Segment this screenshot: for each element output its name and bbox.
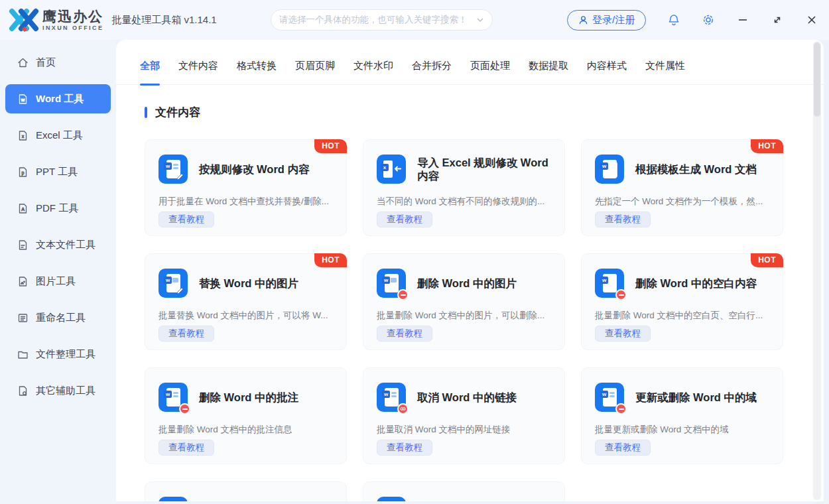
sidebar-item-word-工具[interactable]: wWord 工具 (5, 84, 111, 113)
tool-card[interactable]: w 取消 Word 中的链接 批量取消 Word 文档中的网址链接 查看教程 (363, 367, 565, 464)
tool-card-partial[interactable]: w (145, 481, 347, 501)
tab-全部[interactable]: 全部 (140, 60, 160, 84)
card-header: w 替换 Word 中的图片 (159, 269, 336, 298)
word-comment-delete-icon: w (159, 383, 188, 412)
search-placeholder: 请选择一个具体的功能，也可输入关键字搜索！ (279, 14, 476, 26)
tab-页面处理[interactable]: 页面处理 (470, 60, 510, 84)
close-button[interactable] (804, 13, 819, 27)
card-header: w 取消 Word 中的链接 (377, 383, 554, 412)
section-header: 文件内容 (145, 105, 824, 120)
login-register-button[interactable]: 登录/注册 (567, 10, 646, 31)
sidebar-item-pdf-工具[interactable]: APDF 工具 (5, 194, 111, 223)
logo-x-icon (9, 7, 40, 33)
card-header: w 按规则修改 Word 内容 (159, 155, 336, 184)
notifications-button[interactable] (666, 12, 682, 28)
text-doc-icon (17, 239, 29, 251)
image-doc-icon (17, 276, 29, 287)
tab-数据提取[interactable]: 数据提取 (529, 60, 568, 84)
view-tutorial-button[interactable]: 查看教程 (595, 440, 651, 456)
tool-description: 批量取消 Word 文档中的网址链接 (377, 424, 554, 436)
sidebar-item-文本文件工具[interactable]: 文本文件工具 (5, 230, 111, 259)
settings-button[interactable] (700, 12, 716, 28)
tab-文件内容[interactable]: 文件内容 (178, 60, 218, 84)
view-tutorial-button[interactable]: 查看教程 (377, 212, 432, 227)
view-tutorial-button[interactable]: 查看教程 (377, 440, 432, 456)
svg-text:p: p (22, 170, 25, 176)
word-field-update-delete-icon: w (595, 383, 624, 412)
app-title-version: 批量处理工具箱 v1.14.1 (111, 14, 216, 27)
card-header: w 删除 Word 中的批注 (159, 383, 336, 412)
tab-格式转换[interactable]: 格式转换 (237, 60, 277, 84)
tool-description: 当不同的 Word 文档有不同的修改规则的... (377, 196, 554, 208)
tool-card[interactable]: w 更新或删除 Word 中的域 批量更新或删除 Word 文档中的域 查看教程 (581, 367, 783, 464)
minimize-button[interactable] (735, 13, 750, 27)
tool-card-partial[interactable]: w (363, 481, 565, 501)
delete-badge-icon (615, 289, 627, 300)
link-badge-icon (397, 403, 409, 414)
vertical-scrollbar[interactable] (813, 41, 821, 500)
sidebar-item-label: PDF 工具 (36, 202, 78, 215)
view-tutorial-button[interactable]: 查看教程 (159, 326, 214, 342)
hot-badge: HOT (314, 139, 347, 153)
tab-内容样式[interactable]: 内容样式 (587, 60, 627, 84)
home-icon (17, 57, 29, 68)
rename-list-icon (17, 312, 29, 324)
card-header: w 删除 Word 中的空白内容 (595, 269, 772, 298)
sidebar-item-label: Word 工具 (36, 93, 84, 105)
word-blank-delete-icon: w (595, 269, 624, 298)
tool-cards-grid: HOTw 按规则修改 Word 内容 用于批量在 Word 文档中查找并替换/删… (145, 139, 824, 501)
tool-title: 删除 Word 中的批注 (199, 391, 298, 404)
view-tutorial-button[interactable]: 查看教程 (595, 326, 651, 342)
tool-title: 替换 Word 中的图片 (199, 277, 298, 290)
view-tutorial-button[interactable]: 查看教程 (159, 440, 214, 456)
delete-badge-icon (179, 403, 190, 414)
tool-description: 批量删除 Word 文档中的批注信息 (159, 424, 336, 436)
tool-title: 按规则修改 Word 内容 (199, 162, 310, 176)
tool-card[interactable]: HOTw 根据模板生成 Word 文档 先指定一个 Word 文档作为一个模板，… (581, 139, 783, 236)
function-search-input[interactable]: 请选择一个具体的功能，也可输入关键字搜索！ (271, 9, 493, 31)
tab-合并拆分[interactable]: 合并拆分 (412, 60, 452, 84)
close-icon (806, 15, 817, 25)
tool-card[interactable]: HOTw 删除 Word 中的空白内容 批量删除 Word 文档中的空白页、空白… (581, 253, 783, 350)
tab-文件水印[interactable]: 文件水印 (353, 60, 393, 84)
svg-text:w: w (21, 97, 25, 102)
card-header: w 更新或删除 Word 中的域 (595, 383, 772, 412)
title-bar: 鹰迅办公 INXUN OFFICE 批量处理工具箱 v1.14.1 请选择一个具… (0, 0, 829, 40)
sidebar-item-excel-工具[interactable]: xExcel 工具 (5, 121, 111, 150)
tool-card[interactable]: HOTw 替换 Word 中的图片 批量替换 Word 文档中的图片，可以将 W… (145, 253, 347, 350)
tool-card[interactable]: w 删除 Word 中的图片 批量删除 Word 文档中的图片，可以删除... … (363, 253, 565, 350)
sidebar-item-重命名工具[interactable]: 重命名工具 (5, 303, 111, 332)
restore-button[interactable] (770, 13, 785, 27)
view-tutorial-button[interactable]: 查看教程 (595, 212, 651, 227)
sidebar-item-label: 首页 (36, 56, 56, 69)
tool-card[interactable]: HOTw 按规则修改 Word 内容 用于批量在 Word 文档中查找并替换/删… (145, 139, 347, 236)
tool-card[interactable]: x 导入 Excel 规则修改 Word 内容 当不同的 Word 文档有不同的… (363, 139, 565, 236)
word-rule-edit-icon: w (159, 497, 188, 501)
word-image-delete-icon: w (377, 269, 406, 298)
sidebar-item-首页[interactable]: 首页 (5, 48, 111, 77)
pdf-doc-icon: A (17, 203, 29, 214)
sidebar-item-文件整理工具[interactable]: 文件整理工具 (5, 340, 111, 369)
doc-gear-icon (17, 385, 29, 397)
sidebar-item-label: PPT 工具 (36, 166, 78, 178)
delete-badge-icon (615, 403, 627, 414)
tab-页眉页脚[interactable]: 页眉页脚 (295, 60, 335, 84)
tab-文件属性[interactable]: 文件属性 (645, 60, 685, 84)
svg-text:x: x (22, 134, 25, 139)
word-doc-icon: w (17, 94, 29, 105)
sidebar-item-其它辅助工具[interactable]: 其它辅助工具 (5, 376, 111, 405)
sidebar-item-图片工具[interactable]: 图片工具 (5, 267, 111, 296)
tool-title: 根据模板生成 Word 文档 (635, 162, 757, 176)
sidebar-item-label: 重命名工具 (36, 312, 86, 324)
hot-badge: HOT (751, 139, 783, 153)
scrollbar-thumb[interactable] (814, 42, 820, 117)
hot-badge: HOT (751, 253, 783, 267)
view-tutorial-button[interactable]: 查看教程 (159, 212, 214, 227)
excel-doc-icon: x (17, 130, 29, 141)
sidebar-item-ppt-工具[interactable]: pPPT 工具 (5, 157, 111, 186)
tool-description: 先指定一个 Word 文档作为一个模板，然... (595, 196, 772, 208)
tool-description: 批量替换 Word 文档中的图片，可以将 W... (159, 310, 336, 322)
view-tutorial-button[interactable]: 查看教程 (377, 326, 432, 342)
tool-card[interactable]: w 删除 Word 中的批注 批量删除 Word 文档中的批注信息 查看教程 (145, 367, 347, 464)
pencil-icon (176, 286, 184, 295)
